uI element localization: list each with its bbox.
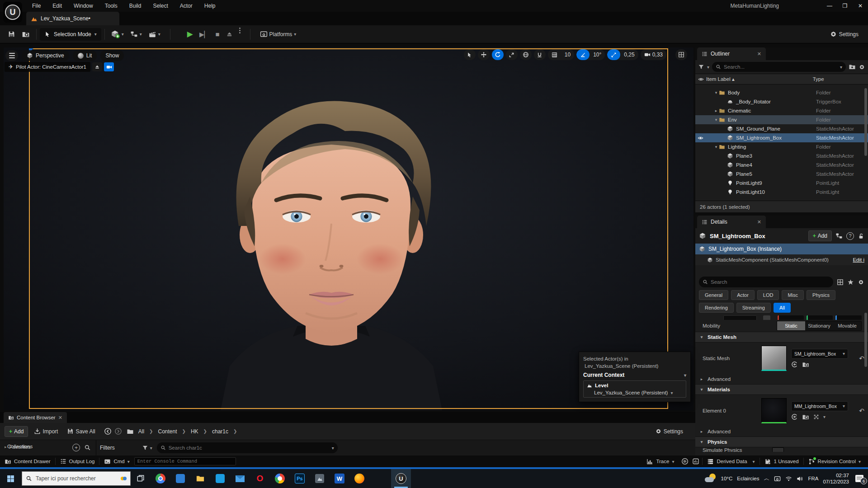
- photoshop-icon[interactable]: Ps: [290, 469, 310, 488]
- content-browser-close-icon[interactable]: ✕: [58, 415, 62, 421]
- stop-button[interactable]: ■: [212, 28, 222, 41]
- notification-center-icon[interactable]: 6: [854, 473, 865, 484]
- revision-control-dropdown[interactable]: Revision Control ▾: [804, 455, 865, 467]
- maximize-button[interactable]: ❐: [837, 1, 853, 11]
- volume-icon[interactable]: [797, 475, 803, 482]
- unreal-logo-icon[interactable]: U: [3, 2, 22, 23]
- reset-material-icon[interactable]: ↶: [859, 407, 864, 414]
- outliner-row-body-rotator[interactable]: _Body_RotatorTriggerBox: [695, 97, 868, 106]
- cb-filter-funnel-icon[interactable]: [142, 445, 148, 451]
- blueprints-button[interactable]: ▾: [127, 28, 145, 41]
- camera-speed-control[interactable]: 0,33: [641, 49, 666, 60]
- cb-save-all-button[interactable]: Save All: [64, 425, 98, 438]
- outliner-filter-chevron[interactable]: ▾: [707, 65, 709, 70]
- app-icon-teal[interactable]: [210, 469, 230, 488]
- taskbar-search[interactable]: Taper ici pour rechercher: [22, 471, 131, 486]
- outliner-search[interactable]: ▾: [712, 62, 846, 72]
- toolbar-settings-button[interactable]: Settings: [826, 28, 862, 41]
- favorites-star-icon[interactable]: [847, 279, 854, 286]
- outliner-row-sm-ground-plane[interactable]: SM_Ground_PlaneStaticMeshActor: [695, 124, 868, 133]
- outliner-row-plane5[interactable]: Plane5StaticMeshActor: [695, 169, 868, 178]
- outliner-column-headers[interactable]: Item Label ▴ Type: [695, 74, 868, 84]
- category-physics[interactable]: Physics: [807, 290, 835, 300]
- materials-section-header[interactable]: ▾Materials: [695, 384, 868, 395]
- type-column[interactable]: Type: [813, 76, 824, 82]
- browse-to-material-icon[interactable]: [802, 413, 809, 421]
- outliner-row-lighting[interactable]: ▾LightingFolder: [695, 142, 868, 151]
- scale-tool[interactable]: [506, 49, 518, 60]
- details-close-icon[interactable]: ✕: [757, 219, 761, 225]
- menu-file[interactable]: File: [26, 0, 47, 12]
- details-search[interactable]: [699, 277, 833, 287]
- details-scrollbar[interactable]: [864, 313, 867, 367]
- tray-expand-chevron[interactable]: ︿: [764, 474, 769, 483]
- cb-filter-chevron[interactable]: ▾: [150, 446, 152, 450]
- mobility-stationary[interactable]: Stationary: [805, 321, 833, 330]
- filters-label[interactable]: Filters: [100, 445, 115, 451]
- cb-add-button[interactable]: +Add: [5, 426, 28, 437]
- simulate-physics-checkbox[interactable]: [772, 447, 784, 452]
- static-mesh-thumbnail[interactable]: [761, 346, 787, 371]
- chrome-icon-2[interactable]: [270, 469, 290, 488]
- outliner-row-cinematic[interactable]: ▸CinematicFolder: [695, 106, 868, 115]
- skip-button[interactable]: ▶▏: [196, 28, 212, 41]
- wifi-icon[interactable]: [785, 475, 792, 482]
- component-row[interactable]: StaticMeshComponent (StaticMeshComponent…: [695, 254, 868, 265]
- grid-snap-control[interactable]: 10: [548, 49, 574, 60]
- word-icon[interactable]: W: [330, 469, 349, 488]
- static-mesh-asset-dropdown[interactable]: SM_Lightroom_Box▾: [791, 349, 848, 359]
- mobility-segmented-control[interactable]: Static Stationary Movable: [777, 321, 862, 331]
- materials-advanced-row[interactable]: ▸Advanced: [695, 427, 868, 436]
- breadcrumb-char1c[interactable]: char1c: [212, 428, 228, 435]
- task-view-icon[interactable]: [131, 469, 151, 488]
- rotation-snap-value[interactable]: 10°: [590, 49, 605, 60]
- use-selected-material-icon[interactable]: [791, 413, 798, 420]
- cmd-dropdown[interactable]: Cmd ▾: [99, 455, 134, 467]
- console-command-input[interactable]: [134, 457, 236, 465]
- grid-snap-value[interactable]: 10: [561, 49, 574, 60]
- move-tool[interactable]: [478, 49, 490, 60]
- firefox-icon[interactable]: [349, 469, 369, 488]
- scale-snap-control[interactable]: 0,25: [607, 49, 638, 60]
- category-actor[interactable]: Actor: [731, 290, 755, 300]
- add-actor-button[interactable]: ▾: [108, 28, 127, 41]
- item-label-column[interactable]: Item Label ▴: [706, 76, 735, 82]
- outliner-row-plane3[interactable]: Plane3StaticMeshActor: [695, 151, 868, 160]
- outliner-row-sm-lightroom-box[interactable]: SM_Lightroom_BoxStaticMeshActor: [695, 133, 868, 142]
- eject-button[interactable]: [223, 28, 236, 41]
- platforms-dropdown[interactable]: Platforms ▾: [257, 28, 300, 41]
- viewport-options-menu[interactable]: [5, 50, 18, 61]
- cb-search[interactable]: ▾: [157, 442, 338, 453]
- help-icon[interactable]: ?: [846, 232, 854, 240]
- play-button[interactable]: ▶: [184, 28, 196, 41]
- category-misc[interactable]: Misc: [782, 290, 804, 300]
- derived-data-dropdown[interactable]: Derived Data ▾: [703, 455, 759, 467]
- start-button[interactable]: [0, 469, 21, 488]
- breadcrumb-content[interactable]: Content: [158, 428, 177, 435]
- cb-import-button[interactable]: Import: [31, 425, 61, 438]
- weather-icon[interactable]: [705, 474, 717, 483]
- insights-session-icon[interactable]: [681, 458, 689, 465]
- cb-settings-button[interactable]: Settings: [652, 425, 686, 438]
- outliner-close-icon[interactable]: ✕: [757, 51, 761, 57]
- cb-back-icon[interactable]: [104, 427, 112, 435]
- scene-tab[interactable]: Lev_Yazkua_Scene•: [26, 12, 119, 25]
- add-collection-icon[interactable]: +: [72, 444, 80, 451]
- quad-view-button[interactable]: [675, 49, 687, 60]
- lit-dropdown[interactable]: Lit: [73, 50, 97, 61]
- rotate-tool[interactable]: [492, 49, 504, 60]
- add-component-button[interactable]: +Add: [808, 230, 832, 241]
- photos-app-icon[interactable]: [310, 469, 330, 488]
- category-all[interactable]: All: [774, 303, 791, 313]
- output-log-button[interactable]: Output Log: [56, 455, 99, 467]
- menu-build[interactable]: Build: [123, 0, 147, 12]
- level-context-box[interactable]: Level Lev_Yazkua_Scene (Persistent) ▾: [583, 380, 686, 398]
- close-button[interactable]: ✕: [853, 1, 868, 11]
- outliner-row-env[interactable]: ▾EnvFolder: [695, 115, 868, 124]
- pilot-actor-bar[interactable]: ✈ Pilot Actor: CineCameraActor1: [5, 62, 90, 72]
- menu-edit[interactable]: Edit: [47, 0, 68, 12]
- reset-property-icon[interactable]: ↶: [859, 355, 864, 362]
- collections-search-icon[interactable]: [84, 444, 91, 451]
- outliner-search-input[interactable]: [724, 64, 837, 70]
- use-selected-asset-icon[interactable]: [791, 361, 798, 368]
